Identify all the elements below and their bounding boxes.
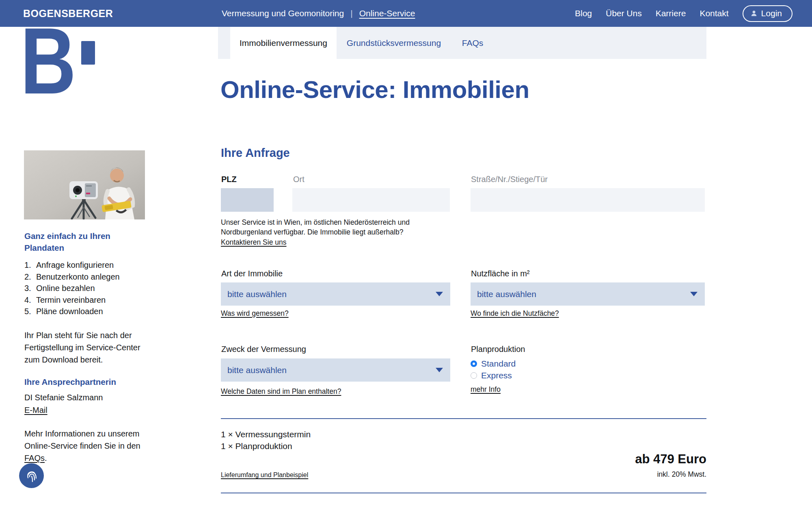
- login-button[interactable]: Login: [743, 5, 793, 22]
- summary-divider-bottom: [221, 493, 706, 493]
- nav-separator: |: [350, 9, 352, 18]
- email-link[interactable]: E-Mail: [24, 406, 48, 415]
- radio-selected-icon: [471, 360, 477, 367]
- nav-item-kontakt[interactable]: Kontakt: [700, 9, 728, 18]
- tab-strip-spacer: [218, 27, 230, 59]
- step-number: 3.: [24, 284, 36, 293]
- service-tabs: Immobilienvermessung Grundstücksvermessu…: [218, 27, 706, 59]
- user-icon: [750, 10, 758, 17]
- welche-daten-link[interactable]: Welche Daten sind im Plan enthalten?: [221, 387, 341, 396]
- faqs-link[interactable]: FAQs: [24, 454, 45, 462]
- radio-standard-label: Standard: [481, 359, 516, 369]
- contact-person-name: DI Stefanie Salzmann: [24, 393, 103, 402]
- price-value: ab 479 Euro: [503, 452, 706, 467]
- nav-item-karriere[interactable]: Karriere: [656, 9, 686, 18]
- list-item: 2. Benutzerkonto anlegen: [24, 272, 120, 284]
- top-nav: BOGENSBERGER Vermessung und Geomonitorin…: [0, 0, 812, 27]
- wo-finde-ich-die-nutzflaeche-link[interactable]: Wo finde ich die Nutzfäche?: [471, 309, 559, 318]
- tab-grundstuecksvermessung[interactable]: Grundstücksvermessung: [337, 27, 451, 59]
- surveyor-photo: [24, 150, 145, 219]
- nutzflaeche-value: bitte auswählen: [477, 289, 536, 299]
- sidebar-steps-heading: Ganz einfach zu Ihren Plandaten: [24, 230, 122, 254]
- service-area-note: Unser Service ist in Wien, im östlichen …: [221, 218, 415, 247]
- summary-item-planproduktion: 1 × Planproduktion: [221, 441, 292, 451]
- mehr-info-link[interactable]: mehr Info: [471, 385, 501, 394]
- step-number: 1.: [24, 261, 36, 270]
- form-heading: Ihre Anfrage: [221, 146, 290, 160]
- step-number: 5.: [24, 307, 36, 316]
- logo-letter-b: B: [20, 14, 76, 108]
- tab-immobilienvermessung[interactable]: Immobilienvermessung: [230, 27, 337, 59]
- summary-divider-top: [221, 418, 706, 419]
- plz-input[interactable]: [221, 188, 274, 212]
- chevron-down-icon: [436, 292, 443, 296]
- zweck-der-vermessung-label: Zweck der Vermessung: [221, 345, 306, 354]
- nutzflaeche-select[interactable]: bitte auswählen: [471, 282, 705, 306]
- steps-list: 1. Anfrage konfigurieren 2. Benutzerkont…: [24, 261, 120, 319]
- art-der-immobilie-value: bitte auswählen: [227, 289, 287, 299]
- planproduktion-label: Planproduktion: [471, 345, 525, 354]
- step-number: 2.: [24, 272, 36, 282]
- more-info-suffix: .: [45, 454, 47, 462]
- tab-faqs[interactable]: FAQs: [451, 27, 494, 59]
- was-wird-gemessen-link[interactable]: Was wird gemessen?: [221, 309, 289, 318]
- kontaktieren-sie-uns-link[interactable]: Kontaktieren Sie uns: [221, 238, 287, 247]
- nav-item-ueber-uns[interactable]: Über Uns: [606, 9, 642, 18]
- sidebar-logo[interactable]: B: [20, 29, 97, 111]
- nav-item-online-service[interactable]: Online-Service: [359, 9, 415, 18]
- step-label: Online bezahlen: [36, 284, 95, 293]
- page: BOGENSBERGER Vermessung und Geomonitorin…: [0, 0, 812, 508]
- chevron-down-icon: [436, 368, 443, 372]
- zweck-der-vermessung-select[interactable]: bitte auswählen: [221, 358, 450, 382]
- step-label: Pläne downloaden: [36, 307, 103, 316]
- radio-unselected-icon: [471, 372, 477, 379]
- plan-availability-text: Ihr Plan steht für Sie nach der Fertigst…: [24, 329, 145, 366]
- logo-apostrophe-mark: [81, 41, 95, 65]
- contact-heading: Ihre Ansprechpartnerin: [24, 376, 116, 388]
- list-item: 5. Pläne downloaden: [24, 307, 120, 319]
- price-vat-note: inkl. 20% Mwst.: [503, 470, 706, 479]
- radio-express[interactable]: Express: [471, 371, 512, 380]
- nav-links: Blog Über Uns Karriere Kontakt Login: [575, 0, 793, 27]
- ort-label: Ort: [293, 175, 304, 184]
- service-area-note-text: Unser Service ist in Wien, im östlichen …: [221, 218, 410, 236]
- list-item: 3. Online bezahlen: [24, 284, 120, 295]
- fingerprint-button[interactable]: [19, 463, 44, 488]
- chevron-down-icon: [690, 292, 698, 296]
- step-label: Anfrage konfigurieren: [36, 261, 114, 270]
- step-label: Benutzerkonto anlegen: [36, 272, 120, 282]
- list-item: 4. Termin vereinbaren: [24, 295, 120, 307]
- nutzflaeche-label: Nutzfläche in m²: [471, 269, 530, 278]
- radio-standard[interactable]: Standard: [471, 359, 516, 369]
- art-der-immobilie-select[interactable]: bitte auswählen: [221, 282, 450, 306]
- fingerprint-icon: [23, 467, 40, 484]
- surveyor-photo-illustration: [24, 150, 145, 219]
- nav-center: Vermessung und Geomonitoring | Online-Se…: [222, 0, 415, 27]
- step-label: Termin vereinbaren: [36, 295, 106, 305]
- summary-item-vermessungstermin: 1 × Vermessungstermin: [221, 430, 311, 439]
- more-info-text: Mehr Informationen zu unserem Online-Ser…: [24, 428, 147, 464]
- art-der-immobilie-label: Art der Immobilie: [221, 269, 283, 278]
- lieferumfang-link[interactable]: Lieferumfang und Planbeispiel: [221, 471, 308, 479]
- step-number: 4.: [24, 295, 36, 305]
- ort-input[interactable]: [292, 188, 450, 212]
- zweck-der-vermessung-value: bitte auswählen: [227, 365, 287, 375]
- plz-label: PLZ: [221, 175, 237, 184]
- nav-item-blog[interactable]: Blog: [575, 9, 592, 18]
- strasse-input[interactable]: [471, 188, 705, 212]
- strasse-label: Straße/Nr./Stiege/Tür: [471, 175, 548, 184]
- page-title: Online-Service: Immobilien: [220, 76, 529, 104]
- nav-item-vermessung[interactable]: Vermessung und Geomonitoring: [222, 9, 344, 18]
- list-item: 1. Anfrage konfigurieren: [24, 261, 120, 272]
- more-info-prefix: Mehr Informationen zu unserem Online-Ser…: [24, 429, 140, 450]
- login-button-label: Login: [761, 9, 782, 18]
- radio-express-label: Express: [481, 371, 512, 380]
